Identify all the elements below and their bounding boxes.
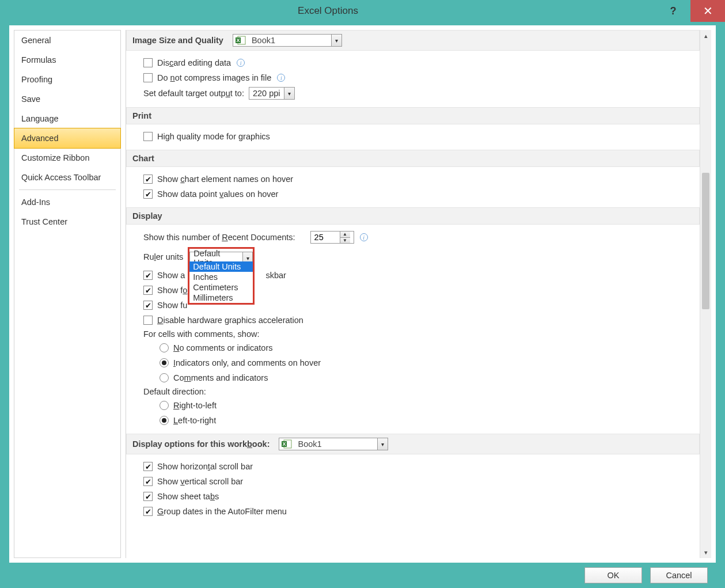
scrollbar-down-icon[interactable]: ▾ [700, 547, 711, 558]
ruler-units-option-default[interactable]: Default Units [189, 261, 253, 272]
comments-none-label: No comments or indicators [173, 343, 272, 352]
scrollbar-thumb[interactable] [702, 173, 709, 309]
discard-editing-data-label: Discard editing data [157, 58, 231, 67]
section-title-chart: Chart [132, 154, 154, 163]
ruler-units-option-millimeters[interactable]: Millimeters [189, 293, 253, 303]
vscroll-label: Show vertical scroll bar [157, 477, 243, 486]
ok-button[interactable]: OK [584, 567, 642, 583]
target-output-select[interactable]: 220 ppi ▾ [249, 87, 295, 100]
section-header-print: Print [126, 107, 700, 124]
spinner-down-icon[interactable]: ▼ [340, 238, 350, 244]
sidebar-item-trust-center[interactable]: Trust Center [14, 212, 120, 232]
image-quality-workbook-select[interactable]: X Book1 ▾ [233, 34, 342, 47]
comments-indicators-label: Indicators only, and comments on hover [173, 358, 321, 367]
direction-group-label: Default direction: [143, 385, 693, 398]
recent-documents-label: Show this number of Recent Documents: [143, 233, 295, 242]
dialog-body: General Formulas Proofing Save Language … [9, 25, 716, 563]
workbook-display-select[interactable]: X Book1 ▾ [279, 438, 388, 450]
sidebar-item-add-ins[interactable]: Add-Ins [14, 192, 120, 212]
comments-indicators-radio[interactable] [160, 358, 169, 367]
image-quality-workbook-value: Book1 [248, 36, 279, 45]
show-formula-bar-label-start: Show fo [157, 286, 187, 295]
direction-ltr-radio[interactable] [160, 416, 169, 425]
section-title-workbook-display: Display options for this workbook: [132, 439, 269, 449]
sidebar-item-general[interactable]: General [14, 31, 120, 50]
sidebar-item-advanced[interactable]: Advanced [14, 128, 121, 149]
comments-both-radio[interactable] [160, 373, 169, 382]
comments-both-label: Comments and indicators [173, 373, 268, 382]
scrollbar-up-icon[interactable]: ▴ [700, 30, 711, 41]
ruler-units-option-centimeters[interactable]: Centimeters [189, 282, 253, 293]
section-header-chart: Chart [126, 150, 700, 167]
titlebar: Excel Options ? ✕ [0, 0, 725, 22]
group-dates-label: Group dates in the AutoFilter menu [157, 507, 287, 516]
sidebar-item-proofing[interactable]: Proofing [14, 70, 120, 89]
spinner-up-icon[interactable]: ▲ [340, 232, 350, 238]
sidebar-item-quick-access-toolbar[interactable]: Quick Access Toolbar [14, 168, 120, 187]
high-quality-graphics-label: High quality mode for graphics [157, 132, 270, 141]
section-header-workbook-display: Display options for this workbook: X Boo… [126, 434, 700, 454]
ruler-units-dropdown-list: Default Units Inches Centimeters Millime… [188, 261, 255, 305]
section-title-print: Print [132, 111, 151, 120]
data-point-values-label: Show data point values on hover [157, 189, 278, 199]
info-icon[interactable]: i [277, 74, 285, 82]
no-compress-checkbox[interactable] [143, 73, 153, 82]
section-header-display: Display [126, 207, 700, 225]
data-point-values-checkbox[interactable]: ✔ [143, 189, 153, 199]
group-dates-checkbox[interactable]: ✔ [143, 507, 153, 516]
chart-element-names-label: Show chart element names on hover [157, 174, 293, 184]
vertical-scrollbar[interactable]: ▴ ▾ [700, 30, 711, 558]
show-function-screentips-checkbox[interactable]: ✔ [143, 301, 153, 310]
window-title: Excel Options [0, 5, 656, 17]
info-icon[interactable]: i [237, 59, 245, 67]
section-title-display: Display [132, 211, 162, 221]
comments-none-radio[interactable] [160, 343, 169, 352]
sidebar-divider [19, 189, 116, 190]
chart-element-names-checkbox[interactable]: ✔ [143, 174, 153, 184]
sheet-tabs-checkbox[interactable]: ✔ [143, 492, 153, 501]
info-icon[interactable]: i [360, 233, 368, 241]
hscroll-checkbox[interactable]: ✔ [143, 462, 153, 471]
sidebar: General Formulas Proofing Save Language … [14, 30, 121, 558]
discard-editing-data-checkbox[interactable] [143, 58, 153, 67]
show-function-screentips-label-start: Show fu [157, 301, 187, 310]
content-pane: Image Size and Quality X Book1 ▾ Discard… [126, 30, 711, 558]
recent-documents-spinner[interactable]: ▲ ▼ [310, 231, 354, 244]
chevron-down-icon: ▾ [331, 35, 341, 46]
cancel-button[interactable]: Cancel [650, 567, 708, 583]
high-quality-graphics-checkbox[interactable] [143, 132, 153, 141]
disable-hardware-accel-checkbox[interactable] [143, 316, 153, 325]
hscroll-label: Show horizontal scroll bar [157, 462, 253, 471]
chevron-down-icon: ▾ [377, 438, 388, 450]
disable-hardware-accel-label: Disable hardware graphics acceleration [157, 316, 303, 325]
close-button[interactable]: ✕ [690, 0, 725, 22]
show-all-windows-checkbox[interactable]: ✔ [143, 271, 153, 280]
help-button[interactable]: ? [656, 0, 690, 22]
sheet-tabs-label: Show sheet tabs [157, 492, 219, 501]
direction-ltr-label: Left-to-right [173, 416, 216, 425]
sidebar-item-formulas[interactable]: Formulas [14, 50, 120, 70]
section-title-image-quality: Image Size and Quality [132, 36, 223, 45]
sidebar-item-language[interactable]: Language [14, 109, 120, 128]
show-all-windows-label-start: Show a [157, 271, 185, 280]
show-formula-bar-checkbox[interactable]: ✔ [143, 286, 153, 295]
svg-text:X: X [283, 441, 286, 447]
sidebar-item-customize-ribbon[interactable]: Customize Ribbon [14, 148, 120, 168]
direction-rtl-label: Right-to-left [173, 401, 217, 410]
ruler-units-select-highlight: Default Units ▾ Default Units Inches Cen… [188, 247, 255, 266]
no-compress-label: Do not compress images in file [157, 73, 271, 82]
scrollbar-track[interactable] [700, 41, 711, 547]
chevron-down-icon: ▾ [284, 88, 294, 99]
content-scroll: Image Size and Quality X Book1 ▾ Discard… [126, 30, 700, 558]
vscroll-checkbox[interactable]: ✔ [143, 477, 153, 486]
excel-workbook-icon: X [236, 36, 246, 45]
show-all-windows-label-end: skbar [265, 271, 286, 280]
comments-group-label: For cells with comments, show: [143, 328, 693, 340]
ruler-units-option-inches[interactable]: Inches [189, 272, 253, 282]
sidebar-item-save[interactable]: Save [14, 89, 120, 109]
direction-rtl-radio[interactable] [160, 401, 169, 410]
section-header-image-quality: Image Size and Quality X Book1 ▾ [126, 30, 700, 51]
recent-documents-value[interactable] [311, 233, 340, 242]
excel-workbook-icon: X [282, 439, 292, 449]
target-output-label: Set default target output to: [143, 89, 244, 98]
